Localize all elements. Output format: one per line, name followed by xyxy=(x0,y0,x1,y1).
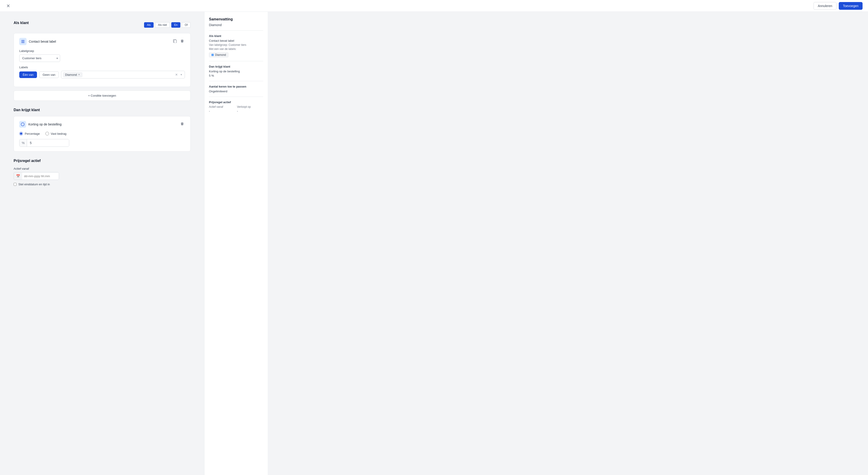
als-klant-section-header: Als klant Als Als niet En Of xyxy=(13,21,191,29)
labels-group: Labels Één van Geen van Diamond × ✕ ▾ xyxy=(19,66,185,78)
delete-discount-button[interactable] xyxy=(180,121,185,127)
van-labelgroep-summary: Van labelgroep: Customer tiers xyxy=(209,43,263,46)
labelgroep-group: Labelgroep Customer tiers ▾ xyxy=(19,49,185,62)
prijsregel-summary-label: Prijsregel actief xyxy=(209,100,263,104)
met-een-van-summary: Met een van de labels: xyxy=(209,48,263,51)
labels-label: Labels xyxy=(19,66,185,69)
actief-vanaf-col: Actief vanaf - xyxy=(209,105,235,113)
condition-actions xyxy=(172,38,185,45)
top-bar-actions: Annuleren Toevoegen xyxy=(813,2,863,10)
labelgroep-label: Labelgroep xyxy=(19,49,185,53)
einddatum-label: Stel einddatum en tijd in xyxy=(19,183,50,186)
svg-rect-4 xyxy=(174,40,177,43)
svg-rect-2 xyxy=(21,42,25,43)
discount-title: Korting op de bestelling xyxy=(28,123,61,126)
labels-row: Één van Geen van Diamond × ✕ ▾ xyxy=(19,71,185,78)
korting-summary-label: Korting op de bestelling xyxy=(209,70,263,73)
aantal-keren-value: Ongelimiteerd xyxy=(209,90,263,93)
clear-tags-button[interactable]: ✕ xyxy=(174,72,179,77)
tag-diamond: Diamond × xyxy=(63,72,82,77)
discount-block: Korting op de bestelling Percentage xyxy=(13,116,191,152)
actief-vanaf-input[interactable] xyxy=(22,172,59,180)
badge-dot xyxy=(212,54,214,56)
verloopt-op-col: Verloopt op - xyxy=(237,105,264,113)
svg-rect-1 xyxy=(21,41,25,42)
radio-percentage[interactable]: Percentage xyxy=(19,132,40,135)
prijsregel-title: Prijsregel actief xyxy=(13,159,191,163)
sidebar-panel: Samenvatting Diamond Als klant Contact b… xyxy=(204,12,268,475)
discount-input-wrapper: % xyxy=(19,139,69,147)
condition-title-row: Contact bevat label xyxy=(19,38,56,45)
verloopt-op-col-val: - xyxy=(237,109,264,113)
svg-point-5 xyxy=(21,123,24,126)
radio-percentage-label: Percentage xyxy=(25,132,40,135)
tags-actions: ✕ ▾ xyxy=(174,72,183,77)
van-labelgroep-prefix: Van labelgroep: xyxy=(209,43,228,46)
sidebar-divider-2 xyxy=(209,61,263,61)
calendar-icon: 📅 xyxy=(14,172,22,180)
add-condition-button[interactable]: + Conditie toevoegen xyxy=(13,91,191,101)
save-button[interactable]: Toevoegen xyxy=(839,2,863,10)
actief-vanaf-col-val: - xyxy=(209,109,235,113)
toggle-als-niet[interactable]: Als niet xyxy=(155,22,170,28)
dan-krijgt-title: Dan krijgt klant xyxy=(13,108,191,112)
labelgroep-select-wrapper: Customer tiers ▾ xyxy=(19,55,60,62)
verloopt-op-col-label: Verloopt op xyxy=(237,105,264,108)
als-klant-title: Als klant xyxy=(13,21,29,25)
korting-summary-value: 5 % xyxy=(209,74,263,77)
summary-subtitle: Diamond xyxy=(209,23,263,27)
contact-bevat-summary: Contact bevat label xyxy=(209,39,263,42)
form-area: Als klant Als Als niet En Of xyxy=(0,12,204,475)
tag-remove-button[interactable]: × xyxy=(78,73,80,76)
percent-icon: % xyxy=(20,139,27,147)
aantal-keren-label: Aantal keren toe te passen xyxy=(209,85,263,88)
top-bar: ✕ Annuleren Toevoegen xyxy=(0,0,868,12)
dan-krijgt-section: Dan krijgt klant Korting op de bestellin… xyxy=(13,108,191,152)
radio-vast[interactable]: Vast bedrag xyxy=(45,132,66,135)
radio-percentage-input[interactable] xyxy=(19,132,23,135)
discount-title-row: Korting op de bestelling xyxy=(19,121,61,128)
radio-group: Percentage Vast bedrag xyxy=(19,132,185,135)
toggle-een-van[interactable]: Één van xyxy=(19,71,37,78)
sidebar-divider-3 xyxy=(209,81,263,81)
einddatum-checkbox-label[interactable]: Stel einddatum en tijd in xyxy=(13,183,191,186)
toggle-of[interactable]: Of xyxy=(182,22,191,28)
badge-label: Diamond xyxy=(215,53,226,57)
als-klant-summary-label: Als klant xyxy=(209,34,263,38)
toggle-als[interactable]: Als xyxy=(144,22,154,28)
actief-vanaf-wrapper[interactable]: 📅 xyxy=(13,172,59,180)
radio-vast-input[interactable] xyxy=(45,132,49,135)
discount-icon xyxy=(19,121,26,128)
expand-tags-button[interactable]: ▾ xyxy=(180,72,183,77)
cancel-button[interactable]: Annuleren xyxy=(813,2,837,10)
labelgroep-select[interactable]: Customer tiers xyxy=(19,55,60,62)
dan-krijgt-summary-label: Dan krijgt klant xyxy=(209,65,263,68)
condition-block: Contact bevat label xyxy=(13,33,191,87)
discount-header: Korting op de bestelling xyxy=(19,121,185,128)
summary-title: Samenvatting xyxy=(209,17,263,21)
tags-input[interactable]: Diamond × ✕ ▾ xyxy=(61,71,185,78)
toggle-geen-van[interactable]: Geen van xyxy=(39,71,59,78)
sidebar-divider-1 xyxy=(209,30,263,31)
discount-value-input[interactable] xyxy=(27,139,69,147)
prijsregel-section: Prijsregel actief Actief vanaf 📅 Stel ei… xyxy=(13,159,191,186)
toggle-en[interactable]: En xyxy=(171,22,181,28)
radio-vast-label: Vast bedrag xyxy=(51,132,66,135)
condition-title: Contact bevat label xyxy=(29,40,56,43)
delete-condition-button[interactable] xyxy=(180,38,185,45)
prijsregel-dates: Actief vanaf - Verloopt op - xyxy=(209,105,263,113)
diamond-badge: Diamond xyxy=(209,53,228,57)
sidebar-divider-4 xyxy=(209,97,263,97)
condition-list-icon xyxy=(19,38,27,45)
actief-vanaf-group: Actief vanaf 📅 Stel einddatum en tijd in xyxy=(13,167,191,186)
tag-label: Diamond xyxy=(65,73,77,76)
actief-vanaf-label: Actief vanaf xyxy=(13,167,191,170)
main-layout: Als klant Als Als niet En Of xyxy=(0,12,868,475)
actief-vanaf-col-label: Actief vanaf xyxy=(209,105,235,108)
einddatum-checkbox[interactable] xyxy=(13,183,17,186)
condition-header: Contact bevat label xyxy=(19,38,185,45)
close-button[interactable]: ✕ xyxy=(5,2,11,9)
als-klant-toggle-group: Als Als niet En Of xyxy=(144,22,191,28)
van-labelgroep-value: Customer tiers xyxy=(229,43,246,46)
duplicate-condition-button[interactable] xyxy=(172,38,178,45)
